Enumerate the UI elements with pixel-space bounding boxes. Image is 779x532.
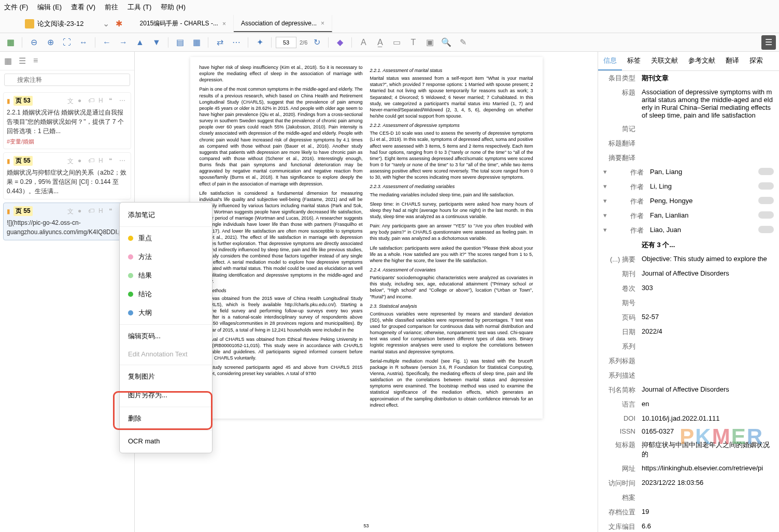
zotero-icon[interactable]: ✱ (116, 19, 122, 28)
menu-help[interactable]: 帮助 (H) (161, 3, 186, 12)
meta-row[interactable]: 条目类型期刊文章 (598, 71, 779, 85)
doc-tab-depressive[interactable]: Association of depressive... × (234, 15, 332, 32)
toggle[interactable] (758, 168, 774, 175)
meta-row[interactable]: 期号 (598, 296, 779, 310)
ctx-copy-image[interactable]: 复制图片 (120, 367, 212, 386)
meta-row[interactable]: 卷次303 (598, 281, 779, 296)
translate-icon[interactable]: 文 (67, 157, 76, 165)
workspace-tab[interactable]: 论文阅读-23-12 (37, 19, 84, 28)
underline-icon[interactable]: A̲ (373, 35, 387, 50)
page-up-icon[interactable]: ▲ (133, 35, 147, 50)
color-icon[interactable]: ● (78, 97, 86, 105)
outline-icon[interactable]: ☰ (19, 56, 29, 66)
color-icon[interactable]: ● (78, 207, 86, 215)
close-icon[interactable]: × (321, 20, 324, 27)
meta-row[interactable]: 标题翻译 (598, 136, 779, 151)
annotation-card[interactable]: ▮页 55 文●🏷H❝⋯ ![](https://pic-go-42.oss-c… (3, 203, 131, 240)
meta-row[interactable]: 档案 (598, 491, 779, 505)
sidebar-toggle-icon[interactable]: ▦ (3, 35, 18, 50)
meta-row[interactable]: 日期2022/4 (598, 325, 779, 339)
menu-go[interactable]: 前往 (105, 3, 118, 12)
more-icon[interactable]: ⋯ (119, 97, 128, 105)
meta-row[interactable]: 摘要翻译 (598, 151, 779, 165)
ctx-color-1[interactable]: 方法 (120, 248, 212, 266)
chevron-down-icon[interactable]: ⌄ (103, 19, 109, 28)
menu-edit[interactable]: 编辑 (E) (37, 3, 62, 12)
quote-icon[interactable]: ❝ (109, 157, 117, 165)
tab-refs[interactable]: 参考文献 (683, 52, 720, 70)
tab-info[interactable]: 信息 (598, 52, 622, 70)
translate-icon[interactable]: 文 (67, 207, 76, 215)
meta-row[interactable]: (...) 摘要Objective: This study aimed to e… (598, 252, 779, 267)
zoom-out-icon[interactable]: ⊖ (26, 35, 41, 50)
meta-row[interactable]: 还有 3 个... (598, 238, 779, 252)
refresh-icon[interactable]: ↻ (309, 35, 324, 50)
tag-icon[interactable]: 🏷 (88, 157, 96, 165)
search-icon[interactable]: 🔍 (439, 35, 454, 50)
menu-view[interactable]: 查看 (V) (71, 3, 95, 12)
transfer-icon[interactable]: ⇄ (213, 35, 227, 50)
meta-row[interactable]: ▾作者Li, Ling (598, 180, 779, 194)
annotation-card[interactable]: ▮页 53 文●🏷H❝⋯ 2.2.1 婚姻状况评估 婚姻状况是通过自我报告项目"… (3, 92, 131, 149)
toggle[interactable] (758, 182, 774, 190)
meta-row[interactable]: 页码52-57 (598, 310, 779, 325)
ctx-color-0[interactable]: 重点 (120, 229, 212, 248)
prev-page-icon[interactable]: ← (100, 35, 114, 50)
meta-row[interactable]: ▾作者Fan, Lianlian (598, 209, 779, 223)
annotation-card[interactable]: ▮页 55 文●🏷H❝⋯ 婚姻状况与抑郁症状之间的关系（a2b2；效果 = 0.… (3, 152, 131, 199)
more-icon[interactable]: ⋯ (119, 157, 128, 165)
tab-explore[interactable]: 探索 (744, 52, 768, 70)
ctx-add-note[interactable]: 添加笔记 (120, 206, 212, 224)
search-annotations-input[interactable] (4, 74, 130, 86)
quote-icon[interactable]: ❝ (109, 207, 117, 215)
gem-icon[interactable]: ◆ (333, 35, 347, 50)
meta-row[interactable]: 期刊Journal of Affective Disorders (598, 267, 779, 281)
meta-row[interactable]: ▾作者Peng, Hongye (598, 194, 779, 209)
tag-icon[interactable]: 🏷 (88, 97, 96, 105)
ctx-ocr-math[interactable]: OCR math (120, 433, 212, 450)
thumbnails-icon[interactable]: ▦ (4, 56, 15, 66)
meta-row[interactable]: 系列 (598, 339, 779, 354)
zoom-auto-icon[interactable]: ↔ (76, 35, 91, 50)
text-tool-icon[interactable]: T (406, 35, 420, 50)
tab-related[interactable]: 关联文献 (646, 52, 683, 70)
ctx-edit-page[interactable]: 编辑页码... (120, 327, 212, 346)
page-down-icon[interactable]: ▼ (149, 35, 164, 50)
translate-icon[interactable]: 文 (67, 97, 76, 105)
list-icon[interactable]: ≡ (33, 56, 44, 66)
image-tool-icon[interactable]: ▣ (422, 35, 437, 50)
menu-file[interactable]: 文件 (F) (4, 3, 28, 12)
draw-icon[interactable]: ✎ (456, 35, 470, 50)
link-icon[interactable]: H (98, 157, 107, 165)
ctx-color-3[interactable]: 结论 (120, 285, 212, 304)
meta-row[interactable]: 系列描述 (598, 368, 779, 383)
text-a-icon[interactable]: A (356, 35, 371, 50)
meta-row[interactable]: 存档位置19 (598, 505, 779, 520)
meta-row[interactable]: DOI10.1016/j.jad.2022.01.111 (598, 412, 779, 425)
menu-tools[interactable]: 工具 (T) (128, 3, 151, 12)
quote-icon[interactable]: ❝ (109, 97, 117, 105)
color-icon[interactable]: ● (78, 157, 86, 165)
meta-row[interactable]: 简记 (598, 122, 779, 136)
meta-row[interactable]: 网址https://linkinghub.elsevier.com/retrie… (598, 462, 779, 476)
meta-row[interactable]: 刊名简称Journal of Affective Disorders (598, 383, 779, 397)
meta-row[interactable]: 系列标题 (598, 354, 779, 368)
tab-translate[interactable]: 翻译 (720, 52, 744, 70)
link-icon[interactable]: H (98, 97, 107, 105)
toggle[interactable] (758, 197, 774, 204)
right-sidebar-icon[interactable]: ☰ (761, 35, 776, 50)
meta-row[interactable]: ▾作者Liao, Juan (598, 223, 779, 238)
tag-icon[interactable]: 🏷 (88, 207, 96, 215)
zoom-in-icon[interactable]: ⊕ (43, 35, 58, 50)
ctx-color-2[interactable]: 结果 (120, 266, 212, 285)
more-icon[interactable]: ⋯ (229, 35, 244, 50)
next-page-icon[interactable]: → (116, 35, 131, 50)
ai-icon[interactable]: ✦ (252, 35, 267, 50)
ctx-color-4[interactable]: 大纲 (120, 304, 212, 322)
page-input[interactable] (276, 37, 296, 48)
toggle[interactable] (758, 226, 774, 233)
doc-tab-charls[interactable]: 2015编码手册 - CHARLS -... × (133, 15, 234, 32)
meta-row[interactable]: 语言en (598, 397, 779, 412)
tab-tags[interactable]: 标签 (622, 52, 646, 70)
highlight-tool-icon[interactable]: ▤ (173, 35, 187, 50)
